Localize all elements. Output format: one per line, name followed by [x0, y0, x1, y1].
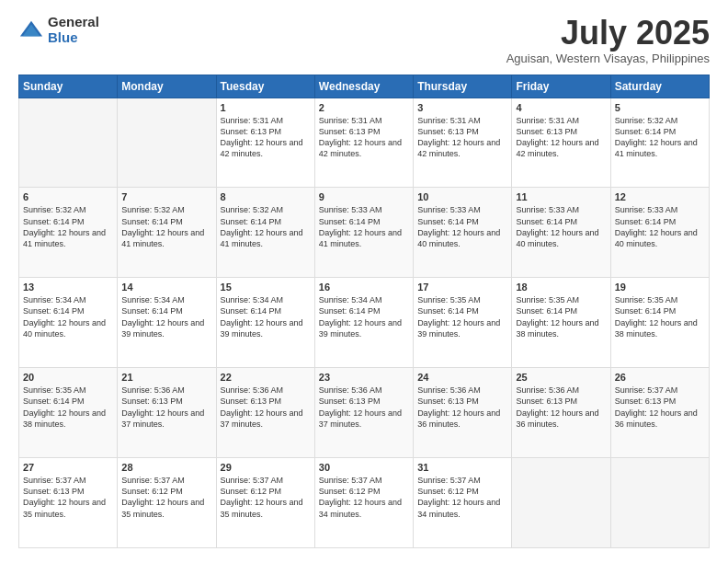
- cell-info: Sunrise: 5:35 AMSunset: 6:14 PMDaylight:…: [23, 385, 113, 430]
- cell-info: Sunrise: 5:31 AMSunset: 6:13 PMDaylight:…: [417, 115, 507, 160]
- day-number: 11: [516, 191, 606, 202]
- day-number: 14: [121, 282, 211, 293]
- cell-info: Sunrise: 5:32 AMSunset: 6:14 PMDaylight:…: [121, 204, 211, 249]
- calendar-cell: 1Sunrise: 5:31 AMSunset: 6:13 PMDaylight…: [216, 98, 314, 188]
- calendar-cell: [610, 458, 709, 548]
- logo: General Blue: [18, 15, 99, 45]
- calendar-cell: 14Sunrise: 5:34 AMSunset: 6:14 PMDayligh…: [118, 278, 216, 368]
- cell-info: Sunrise: 5:37 AMSunset: 6:13 PMDaylight:…: [615, 385, 705, 430]
- calendar-header-row: SundayMondayTuesdayWednesdayThursdayFrid…: [19, 75, 710, 98]
- calendar-cell: 7Sunrise: 5:32 AMSunset: 6:14 PMDaylight…: [118, 188, 216, 278]
- day-number: 18: [516, 282, 606, 293]
- day-number: 26: [615, 372, 705, 383]
- day-number: 17: [417, 282, 507, 293]
- cell-info: Sunrise: 5:31 AMSunset: 6:13 PMDaylight:…: [221, 115, 311, 160]
- calendar-cell: 10Sunrise: 5:33 AMSunset: 6:14 PMDayligh…: [414, 188, 512, 278]
- day-number: 20: [23, 372, 113, 383]
- cell-info: Sunrise: 5:37 AMSunset: 6:12 PMDaylight:…: [417, 475, 507, 520]
- calendar-cell: 23Sunrise: 5:36 AMSunset: 6:13 PMDayligh…: [314, 368, 413, 458]
- cell-info: Sunrise: 5:32 AMSunset: 6:14 PMDaylight:…: [221, 204, 311, 249]
- cell-info: Sunrise: 5:35 AMSunset: 6:14 PMDaylight:…: [615, 294, 705, 339]
- cell-info: Sunrise: 5:35 AMSunset: 6:14 PMDaylight:…: [417, 294, 507, 339]
- col-header-saturday: Saturday: [610, 75, 709, 98]
- calendar-cell: 8Sunrise: 5:32 AMSunset: 6:14 PMDaylight…: [216, 188, 314, 278]
- logo-general: General: [48, 15, 99, 30]
- calendar-cell: 18Sunrise: 5:35 AMSunset: 6:14 PMDayligh…: [512, 278, 610, 368]
- cell-info: Sunrise: 5:36 AMSunset: 6:13 PMDaylight:…: [121, 385, 211, 430]
- cell-info: Sunrise: 5:37 AMSunset: 6:13 PMDaylight:…: [23, 475, 113, 520]
- calendar-row-2: 13Sunrise: 5:34 AMSunset: 6:14 PMDayligh…: [19, 278, 710, 368]
- day-number: 25: [516, 372, 606, 383]
- cell-info: Sunrise: 5:33 AMSunset: 6:14 PMDaylight:…: [615, 204, 705, 249]
- col-header-wednesday: Wednesday: [314, 75, 413, 98]
- day-number: 13: [23, 282, 113, 293]
- cell-info: Sunrise: 5:33 AMSunset: 6:14 PMDaylight:…: [417, 204, 507, 249]
- calendar-row-4: 27Sunrise: 5:37 AMSunset: 6:13 PMDayligh…: [19, 458, 710, 548]
- calendar-cell: 28Sunrise: 5:37 AMSunset: 6:12 PMDayligh…: [118, 458, 216, 548]
- cell-info: Sunrise: 5:34 AMSunset: 6:14 PMDaylight:…: [221, 294, 311, 339]
- cell-info: Sunrise: 5:35 AMSunset: 6:14 PMDaylight:…: [516, 294, 606, 339]
- day-number: 21: [121, 372, 211, 383]
- cell-info: Sunrise: 5:32 AMSunset: 6:14 PMDaylight:…: [615, 115, 705, 160]
- col-header-monday: Monday: [118, 75, 216, 98]
- day-number: 30: [319, 462, 409, 473]
- day-number: 27: [23, 462, 113, 473]
- calendar-cell: 9Sunrise: 5:33 AMSunset: 6:14 PMDaylight…: [314, 188, 413, 278]
- day-number: 19: [615, 282, 705, 293]
- cell-info: Sunrise: 5:34 AMSunset: 6:14 PMDaylight:…: [319, 294, 409, 339]
- day-number: 24: [417, 372, 507, 383]
- calendar-cell: 30Sunrise: 5:37 AMSunset: 6:12 PMDayligh…: [314, 458, 413, 548]
- day-number: 4: [516, 102, 606, 113]
- day-number: 31: [417, 462, 507, 473]
- day-number: 8: [221, 191, 311, 202]
- calendar-cell: 15Sunrise: 5:34 AMSunset: 6:14 PMDayligh…: [216, 278, 314, 368]
- calendar-cell: [512, 458, 610, 548]
- cell-info: Sunrise: 5:37 AMSunset: 6:12 PMDaylight:…: [319, 475, 409, 520]
- location: Aguisan, Western Visayas, Philippines: [506, 52, 710, 65]
- calendar-cell: 21Sunrise: 5:36 AMSunset: 6:13 PMDayligh…: [118, 368, 216, 458]
- calendar-cell: 27Sunrise: 5:37 AMSunset: 6:13 PMDayligh…: [19, 458, 118, 548]
- calendar-cell: 11Sunrise: 5:33 AMSunset: 6:14 PMDayligh…: [512, 188, 610, 278]
- calendar-cell: 19Sunrise: 5:35 AMSunset: 6:14 PMDayligh…: [610, 278, 709, 368]
- calendar-cell: 22Sunrise: 5:36 AMSunset: 6:13 PMDayligh…: [216, 368, 314, 458]
- day-number: 2: [319, 102, 409, 113]
- calendar-cell: 13Sunrise: 5:34 AMSunset: 6:14 PMDayligh…: [19, 278, 118, 368]
- cell-info: Sunrise: 5:31 AMSunset: 6:13 PMDaylight:…: [319, 115, 409, 160]
- day-number: 10: [417, 191, 507, 202]
- cell-info: Sunrise: 5:37 AMSunset: 6:12 PMDaylight:…: [121, 475, 211, 520]
- day-number: 6: [23, 191, 113, 202]
- cell-info: Sunrise: 5:33 AMSunset: 6:14 PMDaylight:…: [319, 204, 409, 249]
- calendar-cell: 2Sunrise: 5:31 AMSunset: 6:13 PMDaylight…: [314, 98, 413, 188]
- day-number: 9: [319, 191, 409, 202]
- day-number: 1: [221, 102, 311, 113]
- day-number: 12: [615, 191, 705, 202]
- cell-info: Sunrise: 5:34 AMSunset: 6:14 PMDaylight:…: [121, 294, 211, 339]
- logo-blue-text: Blue: [48, 30, 99, 46]
- calendar-cell: 24Sunrise: 5:36 AMSunset: 6:13 PMDayligh…: [414, 368, 512, 458]
- cell-info: Sunrise: 5:32 AMSunset: 6:14 PMDaylight:…: [23, 204, 113, 249]
- title-block: July 2025 Aguisan, Western Visayas, Phil…: [506, 15, 710, 65]
- calendar-cell: [19, 98, 118, 188]
- calendar-row-0: 1Sunrise: 5:31 AMSunset: 6:13 PMDaylight…: [19, 98, 710, 188]
- day-number: 5: [615, 102, 705, 113]
- col-header-tuesday: Tuesday: [216, 75, 314, 98]
- col-header-sunday: Sunday: [19, 75, 118, 98]
- calendar-cell: 5Sunrise: 5:32 AMSunset: 6:14 PMDaylight…: [610, 98, 709, 188]
- page: General Blue July 2025 Aguisan, Western …: [0, 0, 728, 563]
- day-number: 28: [121, 462, 211, 473]
- col-header-friday: Friday: [512, 75, 610, 98]
- header: General Blue July 2025 Aguisan, Western …: [18, 15, 710, 65]
- calendar-cell: 3Sunrise: 5:31 AMSunset: 6:13 PMDaylight…: [414, 98, 512, 188]
- calendar-cell: 17Sunrise: 5:35 AMSunset: 6:14 PMDayligh…: [414, 278, 512, 368]
- cell-info: Sunrise: 5:37 AMSunset: 6:12 PMDaylight:…: [221, 475, 311, 520]
- calendar-table: SundayMondayTuesdayWednesdayThursdayFrid…: [18, 75, 710, 548]
- cell-info: Sunrise: 5:36 AMSunset: 6:13 PMDaylight:…: [516, 385, 606, 430]
- cell-info: Sunrise: 5:36 AMSunset: 6:13 PMDaylight:…: [319, 385, 409, 430]
- cell-info: Sunrise: 5:36 AMSunset: 6:13 PMDaylight:…: [417, 385, 507, 430]
- calendar-cell: 6Sunrise: 5:32 AMSunset: 6:14 PMDaylight…: [19, 188, 118, 278]
- cell-info: Sunrise: 5:33 AMSunset: 6:14 PMDaylight:…: [516, 204, 606, 249]
- day-number: 7: [121, 191, 211, 202]
- cell-info: Sunrise: 5:34 AMSunset: 6:14 PMDaylight:…: [23, 294, 113, 339]
- day-number: 22: [221, 372, 311, 383]
- day-number: 23: [319, 372, 409, 383]
